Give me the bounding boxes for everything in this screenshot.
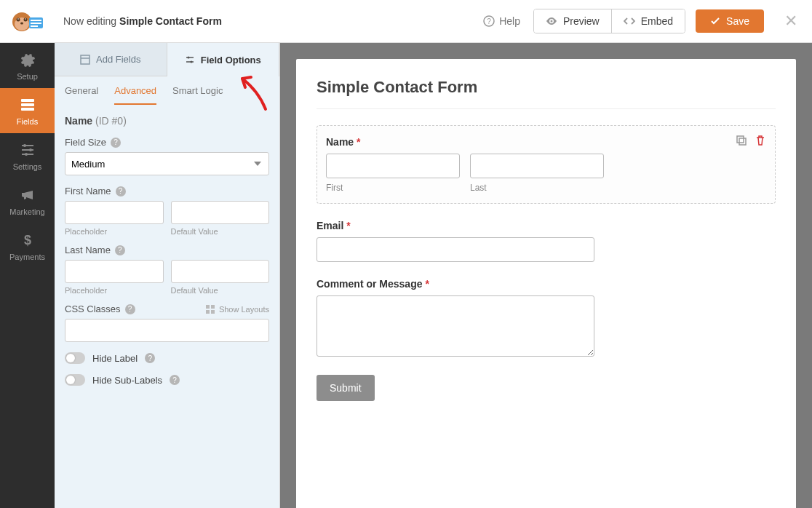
- field-size-select[interactable]: Medium: [65, 152, 269, 175]
- bullhorn-icon: [20, 187, 36, 203]
- svg-rect-28: [211, 310, 215, 314]
- help-icon[interactable]: ?: [111, 138, 121, 148]
- help-icon[interactable]: ?: [170, 375, 180, 385]
- svg-rect-29: [737, 136, 744, 143]
- svg-point-18: [29, 148, 32, 151]
- last-name-label: Last Name?: [65, 245, 269, 255]
- hide-label-text: Hide Label: [92, 353, 138, 364]
- nav-marketing[interactable]: Marketing: [0, 178, 55, 223]
- help-icon[interactable]: ?: [116, 186, 126, 197]
- first-sublabel: First: [326, 183, 460, 193]
- svg-rect-16: [21, 108, 34, 111]
- comment-textarea[interactable]: [317, 295, 594, 357]
- svg-point-17: [23, 144, 26, 147]
- field-size-label: Field Size?: [65, 137, 269, 148]
- first-name-input[interactable]: [326, 154, 460, 178]
- help-link[interactable]: ? Help: [483, 15, 520, 27]
- first-name-label: First Name?: [65, 186, 269, 197]
- svg-rect-27: [206, 310, 210, 314]
- placeholder-sublabel: Placeholder: [65, 227, 164, 236]
- subtab-general[interactable]: General: [65, 85, 98, 105]
- name-field-label: Name *: [326, 136, 766, 148]
- subtab-advanced[interactable]: Advanced: [114, 85, 156, 105]
- help-icon[interactable]: ?: [115, 245, 125, 255]
- hide-sublabels-toggle[interactable]: [65, 374, 85, 386]
- svg-point-19: [25, 153, 28, 156]
- default-value-sublabel: Default Value: [171, 286, 270, 295]
- help-icon: ?: [483, 15, 495, 27]
- embed-button[interactable]: Embed: [612, 9, 685, 33]
- svg-rect-21: [81, 55, 89, 64]
- svg-point-24: [190, 61, 192, 63]
- first-name-default-input[interactable]: [171, 201, 270, 224]
- email-field-label: Email *: [317, 220, 776, 231]
- css-classes-label: CSS Classes?: [65, 303, 135, 314]
- dollar-icon: $: [20, 232, 36, 248]
- form-field-name[interactable]: Name * First Last: [317, 125, 776, 204]
- sliders-icon: [20, 142, 36, 158]
- svg-rect-30: [739, 138, 746, 145]
- wpforms-logo: [0, 0, 55, 43]
- submit-button[interactable]: Submit: [317, 375, 375, 401]
- default-value-sublabel: Default Value: [171, 227, 270, 236]
- last-name-placeholder-input[interactable]: [65, 260, 164, 283]
- gear-icon: [20, 52, 36, 68]
- svg-point-4: [17, 18, 19, 20]
- email-input[interactable]: [317, 237, 594, 262]
- svg-rect-10: [31, 25, 38, 27]
- sliders-icon: [185, 55, 195, 65]
- svg-rect-8: [31, 20, 41, 21]
- nav-payments[interactable]: $ Payments: [0, 223, 55, 269]
- help-icon[interactable]: ?: [145, 353, 155, 363]
- nav-setup[interactable]: Setup: [0, 43, 55, 88]
- svg-rect-14: [21, 99, 34, 102]
- svg-rect-15: [21, 103, 34, 106]
- last-name-input[interactable]: [470, 154, 604, 178]
- hide-label-toggle[interactable]: [65, 352, 85, 364]
- form-title: Simple Contact Form: [317, 78, 776, 97]
- svg-point-23: [187, 57, 189, 59]
- svg-rect-26: [211, 305, 215, 309]
- divider: [317, 108, 776, 109]
- grid-icon: [206, 305, 215, 314]
- code-icon: [624, 15, 635, 27]
- nav-fields[interactable]: Fields: [0, 88, 55, 133]
- svg-text:?: ?: [487, 17, 491, 25]
- save-button[interactable]: Save: [696, 9, 764, 33]
- svg-point-13: [550, 20, 552, 23]
- first-name-placeholder-input[interactable]: [65, 201, 164, 224]
- tab-add-fields[interactable]: Add Fields: [55, 43, 167, 76]
- form-field-comment[interactable]: Comment or Message *: [317, 278, 776, 359]
- placeholder-sublabel: Placeholder: [65, 286, 164, 295]
- last-name-default-input[interactable]: [171, 260, 270, 283]
- last-sublabel: Last: [470, 183, 604, 193]
- preview-button[interactable]: Preview: [534, 9, 612, 33]
- svg-text:$: $: [23, 233, 31, 247]
- css-classes-input[interactable]: [65, 319, 269, 342]
- now-editing-text: Now editing Simple Contact Form: [63, 15, 222, 27]
- comment-field-label: Comment or Message *: [317, 278, 776, 290]
- svg-rect-25: [206, 305, 210, 309]
- tab-field-options[interactable]: Field Options: [167, 43, 280, 76]
- trash-icon[interactable]: [755, 135, 766, 146]
- svg-rect-9: [31, 23, 41, 24]
- field-name-heading: Name (ID #0): [65, 115, 269, 127]
- form-field-email[interactable]: Email *: [317, 220, 776, 262]
- eye-icon: [546, 15, 557, 27]
- hide-sublabels-text: Hide Sub-Labels: [92, 375, 162, 386]
- svg-point-5: [25, 18, 26, 20]
- check-icon: [710, 16, 720, 26]
- show-layouts-link[interactable]: Show Layouts: [206, 305, 269, 314]
- fields-icon: [20, 97, 36, 113]
- close-icon[interactable]: ✕: [784, 12, 797, 31]
- layout-icon: [80, 55, 90, 65]
- nav-settings[interactable]: Settings: [0, 133, 55, 178]
- help-icon[interactable]: ?: [125, 304, 135, 314]
- subtab-smart-logic[interactable]: Smart Logic: [172, 85, 223, 105]
- svg-point-6: [20, 23, 23, 25]
- duplicate-icon[interactable]: [736, 135, 747, 146]
